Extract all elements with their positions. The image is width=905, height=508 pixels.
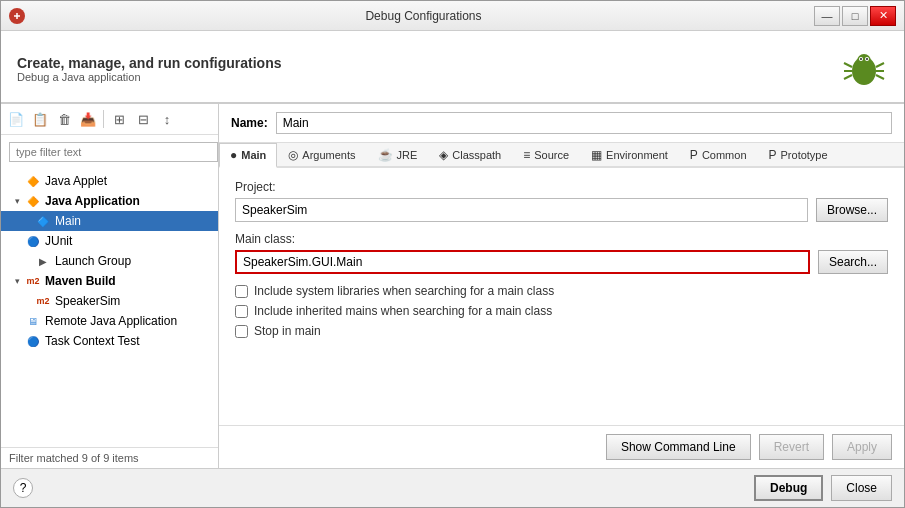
header-text: Create, manage, and run configurations D… — [17, 55, 282, 83]
svg-line-8 — [876, 63, 884, 67]
svg-line-7 — [844, 75, 852, 79]
expand-button[interactable]: ⊞ — [108, 108, 130, 130]
minimize-button[interactable]: — — [814, 6, 840, 26]
configuration-tree: 🔶 Java Applet ▾ 🔶 Java Application 🔷 Mai… — [1, 169, 218, 447]
tab-prototype[interactable]: P Prototype — [758, 143, 839, 166]
debug-button[interactable]: Debug — [754, 475, 823, 501]
tree-item-remote-java[interactable]: 🖥 Remote Java Application — [1, 311, 218, 331]
show-command-button[interactable]: Show Command Line — [606, 434, 751, 460]
name-input[interactable] — [276, 112, 892, 134]
tree-arrow-maven: ▾ — [15, 276, 25, 286]
bug-icon — [840, 43, 888, 94]
tab-main-icon: ● — [230, 148, 237, 162]
junit-icon: 🔵 — [25, 233, 41, 249]
inherited-mains-checkbox[interactable] — [235, 305, 248, 318]
tab-environment[interactable]: ▦ Environment — [580, 143, 679, 166]
tab-content-main: Project: Browse... Main class: Search... — [219, 168, 904, 425]
checkbox-stop-in-main: Stop in main — [235, 324, 888, 338]
import-button[interactable]: 📥 — [77, 108, 99, 130]
inherited-mains-label: Include inherited mains when searching f… — [254, 304, 552, 318]
maximize-button[interactable]: □ — [842, 6, 868, 26]
help-button[interactable]: ? — [13, 478, 33, 498]
tree-item-label: Maven Build — [45, 274, 116, 288]
new-config-button[interactable]: 📄 — [5, 108, 27, 130]
duplicate-button[interactable]: 📋 — [29, 108, 51, 130]
left-panel: 📄 📋 🗑 📥 ⊞ ⊟ ↕ 🔶 Java Appl — [1, 104, 219, 468]
tree-item-java-applet[interactable]: 🔶 Java Applet — [1, 171, 218, 191]
project-input-group: Browse... — [235, 198, 888, 222]
tab-jre[interactable]: ☕ JRE — [367, 143, 429, 166]
name-label: Name: — [231, 116, 268, 130]
config-tabs: ● Main ◎ Arguments ☕ JRE ◈ Classpath ≡ — [219, 143, 904, 168]
project-browse-button[interactable]: Browse... — [816, 198, 888, 222]
tab-classpath-label: Classpath — [452, 149, 501, 161]
checkbox-system-libs: Include system libraries when searching … — [235, 284, 888, 298]
close-window-button[interactable]: ✕ — [870, 6, 896, 26]
main-class-input[interactable] — [235, 250, 810, 274]
tab-source-label: Source — [534, 149, 569, 161]
collapse-button[interactable]: ⊟ — [132, 108, 154, 130]
tab-arguments-icon: ◎ — [288, 148, 298, 162]
footer-right: Debug Close — [754, 475, 892, 501]
bottom-buttons: Show Command Line Revert Apply — [219, 425, 904, 468]
tab-environment-icon: ▦ — [591, 148, 602, 162]
checkbox-inherited-mains: Include inherited mains when searching f… — [235, 304, 888, 318]
filter-input[interactable] — [9, 142, 218, 162]
maven-icon: m2 — [25, 273, 41, 289]
svg-point-13 — [860, 58, 862, 60]
tree-item-junit[interactable]: 🔵 JUnit — [1, 231, 218, 251]
tab-classpath[interactable]: ◈ Classpath — [428, 143, 512, 166]
tab-prototype-label: Prototype — [781, 149, 828, 161]
svg-line-5 — [844, 63, 852, 67]
java-applet-icon: 🔶 — [25, 173, 41, 189]
task-context-icon: 🔵 — [25, 333, 41, 349]
tree-item-launch-group[interactable]: ▶ Launch Group — [1, 251, 218, 271]
main-class-row: Main class: Search... — [235, 232, 888, 274]
project-label: Project: — [235, 180, 888, 194]
apply-button[interactable]: Apply — [832, 434, 892, 460]
app-icon — [9, 8, 25, 24]
debug-configurations-window: Debug Configurations — □ ✕ Create, manag… — [0, 0, 905, 508]
name-row: Name: — [219, 104, 904, 143]
tree-item-label: Task Context Test — [45, 334, 140, 348]
tree-item-speakersim[interactable]: m2 SpeakerSim — [1, 291, 218, 311]
stop-in-main-checkbox[interactable] — [235, 325, 248, 338]
tree-item-task-context[interactable]: 🔵 Task Context Test — [1, 331, 218, 351]
main-class-label: Main class: — [235, 232, 888, 246]
header-area: Create, manage, and run configurations D… — [1, 31, 904, 103]
left-toolbar: 📄 📋 🗑 📥 ⊞ ⊟ ↕ — [1, 104, 218, 135]
system-libs-checkbox[interactable] — [235, 285, 248, 298]
main-class-search-button[interactable]: Search... — [818, 250, 888, 274]
tab-classpath-icon: ◈ — [439, 148, 448, 162]
tree-item-label: Java Applet — [45, 174, 107, 188]
tab-common[interactable]: P Common — [679, 143, 758, 166]
tab-jre-label: JRE — [397, 149, 418, 161]
tab-source[interactable]: ≡ Source — [512, 143, 580, 166]
sort-button[interactable]: ↕ — [156, 108, 178, 130]
tab-main[interactable]: ● Main — [219, 143, 277, 168]
tab-arguments[interactable]: ◎ Arguments — [277, 143, 366, 166]
main-class-input-group: Search... — [235, 250, 888, 274]
tab-prototype-icon: P — [769, 148, 777, 162]
filter-status: Filter matched 9 of 9 items — [1, 447, 218, 468]
system-libs-label: Include system libraries when searching … — [254, 284, 554, 298]
tab-environment-label: Environment — [606, 149, 668, 161]
tab-common-icon: P — [690, 148, 698, 162]
close-button[interactable]: Close — [831, 475, 892, 501]
tree-item-main[interactable]: 🔷 Main — [1, 211, 218, 231]
project-row: Project: Browse... — [235, 180, 888, 222]
delete-button[interactable]: 🗑 — [53, 108, 75, 130]
tab-jre-icon: ☕ — [378, 148, 393, 162]
tab-arguments-label: Arguments — [302, 149, 355, 161]
tree-item-label: Main — [55, 214, 81, 228]
main-icon: 🔷 — [35, 213, 51, 229]
tree-item-label: Launch Group — [55, 254, 131, 268]
revert-button[interactable]: Revert — [759, 434, 824, 460]
filter-area — [1, 135, 218, 169]
project-input[interactable] — [235, 198, 808, 222]
tree-item-maven-build[interactable]: ▾ m2 Maven Build — [1, 271, 218, 291]
launch-icon: ▶ — [35, 253, 51, 269]
tree-item-java-application[interactable]: ▾ 🔶 Java Application — [1, 191, 218, 211]
remote-java-icon: 🖥 — [25, 313, 41, 329]
title-bar: Debug Configurations — □ ✕ — [1, 1, 904, 31]
